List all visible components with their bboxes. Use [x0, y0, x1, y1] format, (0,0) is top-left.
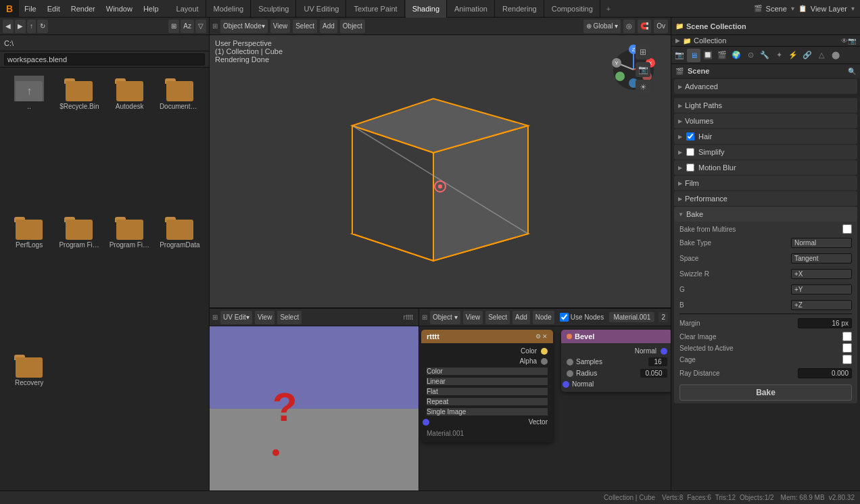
viewport-side-camera[interactable]: 📷: [636, 62, 650, 77]
rtttt-image-type-dropdown[interactable]: Single Image: [427, 408, 548, 415]
nav-back-btn[interactable]: ◀: [3, 20, 14, 33]
uv-select-btn[interactable]: Select: [277, 311, 302, 324]
add-btn[interactable]: Add: [320, 20, 337, 33]
margin-value[interactable]: 16 px: [798, 318, 852, 328]
collection-visibility-icon[interactable]: 👁: [841, 37, 848, 45]
add-workspace-tab[interactable]: +: [601, 5, 616, 13]
sort-btn[interactable]: Az: [181, 20, 194, 33]
scene-dropdown-icon[interactable]: ▾: [791, 5, 794, 12]
filename-input[interactable]: [4, 53, 205, 66]
list-item[interactable]: PerfLogs: [5, 211, 53, 347]
list-item[interactable]: ProgramData: [156, 211, 204, 347]
material-name-label[interactable]: Material.001: [609, 312, 654, 322]
bake-from-multires-checkbox[interactable]: [842, 224, 852, 234]
props-scene-icon[interactable]: 🎬: [715, 49, 729, 62]
hair-checkbox[interactable]: [686, 132, 694, 141]
rtttt-extension-dropdown[interactable]: Flat: [427, 388, 548, 395]
node-view-btn[interactable]: View: [463, 311, 483, 324]
uv-mode-btn[interactable]: UV Edit ▾: [220, 311, 252, 324]
tab-animation[interactable]: Animation: [448, 0, 495, 18]
tab-compositing[interactable]: Compositing: [545, 0, 600, 18]
props-modifiers-icon[interactable]: 🔧: [758, 49, 771, 62]
props-view-layer-icon[interactable]: 🔲: [701, 49, 715, 62]
props-physics-icon[interactable]: ⚡: [786, 49, 800, 62]
swizzle-g-select[interactable]: +Y +X +Z: [791, 284, 852, 295]
bake-header[interactable]: ▼ Bake: [674, 207, 857, 222]
select-btn[interactable]: Select: [293, 20, 317, 33]
list-item[interactable]: Documents a...: [156, 73, 204, 209]
rtttt-close-icon[interactable]: ✕: [542, 333, 548, 340]
nav-up-btn[interactable]: ↑: [27, 20, 36, 33]
props-output-icon[interactable]: 🖥: [687, 49, 700, 62]
rtttt-settings-icon[interactable]: ⚙: [535, 333, 541, 340]
advanced-section-header[interactable]: ▶ Advanced: [674, 79, 857, 94]
nav-forward-btn[interactable]: ▶: [15, 20, 26, 33]
menu-render[interactable]: Render: [66, 0, 101, 18]
rtttt-color-dropdown[interactable]: Color: [427, 368, 548, 375]
node-object-btn[interactable]: Object ▾: [430, 311, 460, 324]
tab-rendering[interactable]: Rendering: [496, 0, 544, 18]
overlay-btn[interactable]: Ov: [654, 20, 668, 33]
props-particles-icon[interactable]: ✦: [772, 49, 786, 62]
props-object-data-icon[interactable]: △: [815, 49, 828, 62]
list-item[interactable]: $Recycle.Bin: [55, 73, 103, 209]
simplify-header[interactable]: ▶ Simplify: [674, 145, 857, 159]
list-item[interactable]: Program Files: [55, 211, 103, 347]
node-select-btn[interactable]: Select: [485, 311, 510, 324]
snap-btn[interactable]: 🧲: [638, 20, 651, 33]
props-constraints-icon[interactable]: 🔗: [801, 49, 814, 62]
toggle-icons-btn[interactable]: ⊞: [168, 20, 179, 33]
light-paths-header[interactable]: ▶ Light Paths: [674, 98, 857, 113]
uv-view-btn[interactable]: View: [255, 311, 275, 324]
motion-blur-header[interactable]: ▶ Motion Blur: [674, 160, 857, 175]
props-material-icon[interactable]: ⬤: [829, 49, 842, 62]
list-item[interactable]: ↑ ..: [5, 73, 53, 209]
node-node-btn[interactable]: Node: [533, 311, 554, 324]
tab-uv-editing[interactable]: UV Editing: [297, 0, 346, 18]
menu-help[interactable]: Help: [138, 0, 164, 18]
props-object-icon[interactable]: ⊙: [744, 49, 757, 62]
bake-button[interactable]: Bake: [679, 384, 852, 401]
viewport-side-light[interactable]: ☀: [636, 80, 650, 95]
use-nodes-checkbox[interactable]: [560, 313, 569, 322]
cage-checkbox[interactable]: [842, 355, 852, 364]
list-item[interactable]: Program Files...: [106, 211, 153, 347]
filter-btn[interactable]: ▽: [195, 20, 206, 33]
viewport-side-ortho[interactable]: ⊞: [636, 45, 650, 59]
motion-blur-checkbox[interactable]: [686, 163, 694, 172]
menu-edit[interactable]: Edit: [42, 0, 66, 18]
list-item[interactable]: Autodesk: [106, 73, 153, 209]
menu-file[interactable]: File: [19, 0, 42, 18]
menu-window[interactable]: Window: [101, 0, 138, 18]
simplify-checkbox[interactable]: [686, 148, 694, 156]
volumes-header[interactable]: ▶ Volumes: [674, 114, 857, 128]
tab-texture-paint[interactable]: Texture Paint: [347, 0, 404, 18]
bevel-radius-value[interactable]: 0.050: [640, 369, 667, 378]
collection-expand-icon[interactable]: ▶: [675, 37, 680, 44]
rtttt-repeat-dropdown[interactable]: Repeat: [427, 398, 548, 405]
collection-render-icon[interactable]: 📷: [848, 37, 856, 45]
tab-modeling[interactable]: Modeling: [207, 0, 252, 18]
proportional-btn[interactable]: ◎: [623, 20, 635, 33]
tab-sculpting[interactable]: Sculpting: [252, 0, 296, 18]
object-mode-btn[interactable]: Object Mode ▾: [220, 20, 268, 33]
transform-global-btn[interactable]: ⊕ Global ▾: [583, 20, 621, 33]
performance-header[interactable]: ▶ Performance: [674, 191, 857, 206]
swizzle-r-select[interactable]: +X +Y +Z: [791, 269, 852, 279]
tab-layout[interactable]: Layout: [170, 0, 206, 18]
tab-shading[interactable]: Shading: [406, 0, 447, 18]
bevel-samples-value[interactable]: 16: [648, 357, 667, 366]
clear-image-checkbox[interactable]: [842, 332, 852, 341]
object-btn[interactable]: Object: [340, 20, 365, 33]
swizzle-b-select[interactable]: +Z +X +Y: [791, 300, 852, 310]
bake-type-select[interactable]: Normal Combined Diffuse: [791, 238, 852, 248]
ray-distance-value[interactable]: 0.000: [798, 368, 852, 378]
space-select[interactable]: Tangent Object: [791, 253, 852, 263]
props-world-icon[interactable]: 🌍: [730, 49, 743, 62]
film-header[interactable]: ▶ Film: [674, 176, 857, 191]
rtttt-interpolation-dropdown[interactable]: Linear: [427, 378, 548, 385]
view-layer-dropdown-icon[interactable]: ▾: [851, 5, 855, 12]
props-render-icon[interactable]: 📷: [673, 49, 686, 62]
list-item[interactable]: Recovery: [5, 349, 53, 485]
nav-reload-btn[interactable]: ↻: [37, 20, 48, 33]
